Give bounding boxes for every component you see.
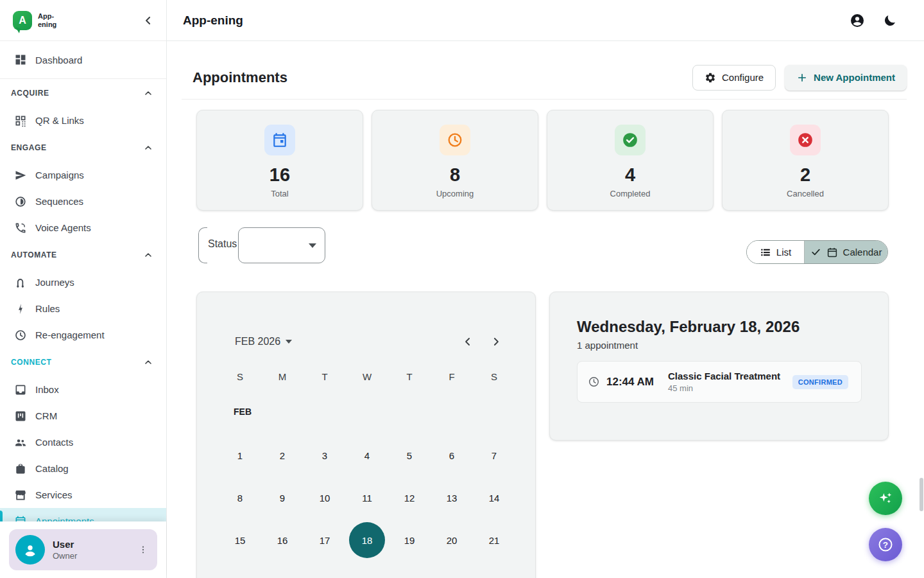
status-filter-select[interactable]: Status — [198, 227, 325, 263]
sidebar-user-area: User Owner — [0, 521, 166, 578]
sidebar-item-dashboard[interactable]: Dashboard — [0, 41, 166, 78]
ai-assistant-button[interactable] — [869, 482, 902, 515]
day-cell[interactable]: 12 — [388, 477, 431, 519]
sidebar-item-catalog[interactable]: Catalog — [0, 455, 166, 482]
toggle-list-button[interactable]: List — [747, 241, 805, 263]
sidebar-item-journeys[interactable]: Journeys — [0, 269, 166, 295]
stat-label: Completed — [610, 189, 651, 198]
scrollbar-thumb[interactable] — [920, 478, 923, 511]
section-header-automate[interactable]: AUTOMATE — [0, 241, 166, 269]
sidebar-item-crm[interactable]: CRM — [0, 403, 166, 429]
day-cell[interactable]: 10 — [304, 477, 346, 519]
configure-button[interactable]: Configure — [692, 65, 776, 91]
clock-icon — [447, 132, 463, 148]
sidebar-item-label: Rules — [35, 303, 60, 314]
day-cell[interactable]: 4 — [346, 434, 388, 477]
day-cell[interactable]: 15 — [219, 519, 261, 561]
sidebar-item-re-engagement[interactable]: Re-engagement — [0, 322, 166, 348]
new-appointment-button[interactable]: New Appointment — [785, 65, 907, 91]
page-title: Appointments — [193, 69, 287, 86]
chevron-up-icon — [143, 357, 153, 367]
sidebar-item-voice-agents[interactable]: Voice Agents — [0, 215, 166, 241]
check-circle-icon — [622, 132, 638, 148]
day-cell[interactable]: 1 — [219, 434, 261, 477]
day-cell[interactable]: 20 — [431, 519, 473, 561]
day-cell-selected[interactable]: 18 — [346, 519, 388, 561]
appointment-count: 1 appointment — [577, 340, 862, 351]
logo-letter: A — [19, 15, 26, 26]
sidebar-item-label: Re-engagement — [35, 329, 105, 340]
sidebar-item-campaigns[interactable]: Campaigns — [0, 162, 166, 188]
stat-value: 2 — [800, 164, 810, 186]
sidebar-item-rules[interactable]: Rules — [0, 295, 166, 322]
prev-month-button[interactable] — [461, 335, 474, 348]
sidebar-item-label: Inbox — [35, 384, 59, 395]
next-month-button[interactable] — [490, 335, 502, 348]
day-cell[interactable]: 3 — [304, 434, 346, 477]
status-filter-label: Status — [208, 238, 237, 250]
sparkles-icon — [877, 490, 894, 507]
day-cell[interactable]: 8 — [219, 477, 261, 519]
day-cell[interactable]: 19 — [388, 519, 431, 561]
day-cell[interactable]: 11 — [346, 477, 388, 519]
bag-icon — [14, 462, 27, 475]
inbox-icon — [14, 383, 27, 396]
help-button[interactable]: ? — [869, 528, 902, 561]
stat-value: 4 — [625, 164, 635, 186]
status-badge: CONFIRMED — [792, 375, 848, 389]
more-vertical-icon — [138, 545, 148, 555]
day-cell[interactable]: 5 — [388, 434, 431, 477]
dark-mode-button[interactable] — [883, 13, 897, 28]
sidebar-header: A App- ening — [0, 0, 166, 41]
day-cell[interactable]: 9 — [261, 477, 304, 519]
chevron-up-icon — [143, 88, 153, 98]
bolt-icon — [14, 302, 27, 315]
sidebar: A App- ening Dashboard ACQUIRE QR & Link… — [0, 0, 167, 578]
account-circle-icon — [850, 13, 865, 28]
main-area: App-ening Appointments Configure New App… — [167, 0, 924, 578]
day-cell[interactable]: 17 — [304, 519, 346, 561]
topbar: App-ening — [167, 0, 924, 41]
sidebar-item-inbox[interactable]: Inbox — [0, 376, 166, 403]
month-selector[interactable]: FEB 2026 — [235, 336, 292, 347]
section-header-engage[interactable]: ENGAGE — [0, 134, 166, 162]
sidebar-item-sequences[interactable]: Sequences — [0, 188, 166, 215]
day-detail-title: Wednesday, February 18, 2026 — [577, 318, 862, 336]
sidebar-item-label: Contacts — [35, 437, 73, 448]
section-header-connect[interactable]: CONNECT — [0, 348, 166, 376]
cancel-circle-icon — [797, 132, 814, 148]
appointment-time: 12:44 AM — [606, 376, 654, 389]
user-role: Owner — [53, 551, 77, 561]
section-header-acquire[interactable]: ACQUIRE — [0, 79, 166, 107]
user-card[interactable]: User Owner — [9, 529, 157, 570]
qr-code-icon — [14, 114, 27, 127]
svg-text:?: ? — [883, 540, 888, 550]
gear-icon — [705, 72, 716, 83]
sidebar-collapse-button[interactable] — [142, 14, 155, 27]
sidebar-item-qr-links[interactable]: QR & Links — [0, 107, 166, 134]
user-name: User — [53, 539, 77, 550]
day-cell[interactable]: 16 — [261, 519, 304, 561]
day-cell[interactable]: 2 — [261, 434, 304, 477]
chevron-left-icon — [461, 335, 474, 348]
day-cell[interactable]: 13 — [431, 477, 473, 519]
brand-name: App- ening — [38, 12, 56, 28]
toggle-calendar-button[interactable]: Calendar — [805, 241, 887, 263]
stat-label: Total — [271, 189, 288, 198]
chevron-left-icon — [142, 14, 155, 27]
day-cell[interactable]: 6 — [431, 434, 473, 477]
sidebar-item-contacts[interactable]: Contacts — [0, 429, 166, 455]
day-cell[interactable]: 21 — [473, 519, 515, 561]
day-cell[interactable]: 14 — [473, 477, 515, 519]
calendar-icon — [271, 132, 288, 148]
month-tag: FEB — [234, 407, 535, 419]
user-menu-button[interactable] — [134, 541, 152, 559]
sidebar-item-label: Journeys — [35, 277, 74, 288]
clock-icon — [588, 376, 600, 388]
account-button[interactable] — [850, 13, 865, 28]
appointment-row[interactable]: 12:44 AM Classic Facial Treatment 45 min… — [577, 361, 862, 403]
list-icon — [760, 247, 771, 258]
day-cell[interactable]: 7 — [473, 434, 515, 477]
sidebar-item-services[interactable]: Services — [0, 482, 166, 508]
stat-card-cancelled: 2 Cancelled — [722, 110, 889, 211]
